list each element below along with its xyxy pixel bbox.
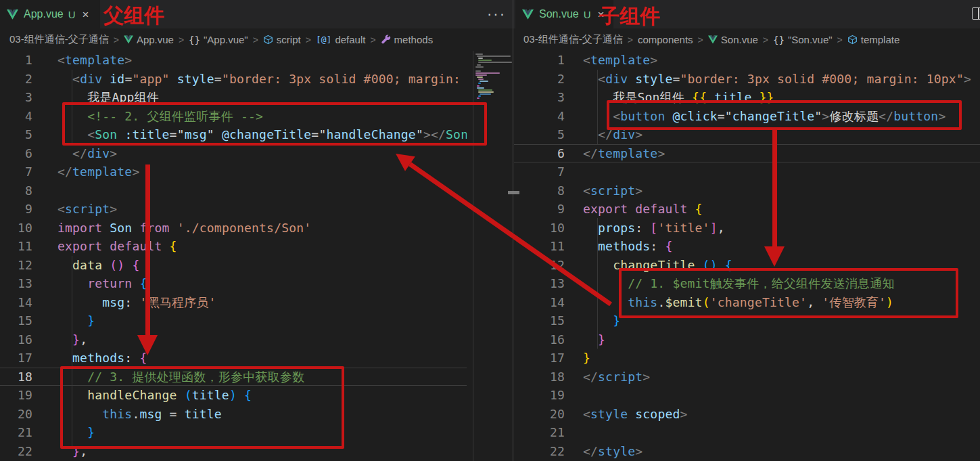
line-number[interactable]: 11: [0, 237, 32, 256]
sash-handle[interactable]: [508, 191, 519, 194]
token: props: [598, 221, 635, 235]
breadcrumb-item[interactable]: Son.vue: [708, 34, 758, 45]
breadcrumb-item[interactable]: script: [263, 34, 301, 45]
code-line[interactable]: 11export default {: [0, 237, 467, 256]
line-number[interactable]: 1: [514, 51, 565, 70]
breadcrumb-item[interactable]: 03-组件通信-父子通信: [9, 33, 109, 46]
token: script: [65, 202, 110, 216]
line-number[interactable]: 20: [514, 405, 565, 424]
line-number[interactable]: 9: [514, 200, 565, 219]
line-number[interactable]: 13: [0, 274, 32, 293]
line-number[interactable]: 6: [514, 144, 565, 163]
line-number[interactable]: 14: [514, 293, 565, 312]
code-line[interactable]: 8: [0, 181, 467, 200]
line-number[interactable]: 22: [0, 442, 32, 461]
code-line[interactable]: 13 return {: [0, 274, 467, 293]
token: [124, 258, 132, 272]
line-number[interactable]: 8: [514, 181, 565, 200]
line-number[interactable]: 5: [0, 125, 32, 144]
line-number[interactable]: 12: [0, 256, 32, 275]
line-number[interactable]: 17: [514, 349, 565, 368]
code-line[interactable]: 6</template>: [514, 144, 980, 163]
token: >: [132, 164, 139, 179]
code-line[interactable]: 10import Son from './components/Son': [0, 219, 467, 238]
breadcrumb-item[interactable]: {}"Son.vue": [773, 34, 833, 45]
breadcrumb-item[interactable]: template: [847, 34, 900, 45]
line-number[interactable]: 3: [0, 88, 32, 107]
code-line[interactable]: 7: [514, 162, 980, 181]
line-number[interactable]: 15: [0, 311, 32, 330]
breadcrumb-label: 03-组件通信-父子通信: [523, 33, 623, 46]
line-number[interactable]: 16: [0, 330, 32, 349]
breadcrumb-separator: >: [628, 35, 633, 45]
line-number[interactable]: 13: [514, 274, 565, 293]
line-number[interactable]: 6: [0, 144, 32, 163]
code-line[interactable]: 16 }: [514, 330, 980, 349]
line-number[interactable]: 22: [514, 442, 565, 461]
breadcrumb-item[interactable]: methods: [381, 34, 434, 45]
breadcrumb-item[interactable]: App.vue: [124, 34, 174, 45]
line-number[interactable]: 20: [0, 405, 32, 424]
token: </: [72, 146, 87, 160]
line-number[interactable]: 1: [0, 51, 32, 70]
code-line[interactable]: 18</script>: [514, 368, 980, 387]
line-number[interactable]: 8: [0, 181, 32, 200]
line-number[interactable]: 21: [0, 423, 32, 442]
tab-app-vue[interactable]: App.vue U ×: [0, 0, 100, 28]
code-line[interactable]: 19: [514, 386, 980, 405]
git-status-badge: U: [584, 9, 591, 20]
code-line[interactable]: 22</style>: [514, 442, 980, 461]
line-number[interactable]: 14: [0, 293, 32, 312]
code-line[interactable]: 14 msg: '黑马程序员': [0, 293, 467, 312]
token: }: [87, 313, 95, 328]
code-line[interactable]: 17 methods: {: [0, 349, 467, 368]
code-line[interactable]: 16 },: [0, 330, 467, 349]
breadcrumb-item[interactable]: [@]default: [316, 34, 366, 45]
annotation-box-emit: [619, 268, 958, 318]
code-line[interactable]: 17}: [514, 349, 980, 368]
editor-group-divider[interactable]: [513, 0, 513, 461]
breadcrumb-label: components: [638, 34, 693, 45]
line-number[interactable]: 7: [0, 162, 32, 181]
code-line[interactable]: 21: [514, 423, 980, 442]
line-number[interactable]: 10: [0, 219, 32, 238]
line-number[interactable]: 9: [0, 200, 32, 219]
code-line[interactable]: 15 }: [0, 311, 467, 330]
line-number[interactable]: 19: [514, 386, 565, 405]
token: methods: [598, 239, 650, 253]
line-number[interactable]: 4: [514, 107, 565, 126]
line-number[interactable]: 3: [514, 88, 565, 107]
split-editor-icon[interactable]: [972, 7, 980, 20]
code-line[interactable]: 12 data () {: [0, 256, 467, 275]
line-number[interactable]: 7: [514, 162, 565, 181]
line-number[interactable]: 2: [514, 70, 565, 89]
line-number[interactable]: 10: [514, 219, 565, 238]
breadcrumb-item[interactable]: {}"App.vue": [189, 34, 248, 45]
token: [57, 146, 72, 160]
code-line[interactable]: 2 <div style="border: 3px solid #000; ma…: [514, 70, 980, 89]
line-number[interactable]: 19: [0, 386, 32, 405]
code-line[interactable]: 8<script>: [514, 181, 980, 200]
close-icon[interactable]: ×: [83, 9, 89, 20]
code-line[interactable]: 1<template>: [0, 51, 467, 70]
breadcrumb-item[interactable]: 03-组件通信-父子通信: [523, 33, 623, 46]
code-line[interactable]: 11 methods: {: [514, 237, 980, 256]
token: default: [635, 202, 687, 216]
line-number[interactable]: 4: [0, 107, 32, 126]
code-line[interactable]: 9export default {: [514, 200, 980, 219]
breadcrumb-item[interactable]: components: [638, 34, 693, 45]
line-number[interactable]: 5: [514, 125, 565, 144]
line-number[interactable]: 18: [0, 368, 32, 387]
code-line[interactable]: 10 props: ['title'],: [514, 219, 980, 238]
editor-actions-more-icon[interactable]: ···: [487, 0, 506, 28]
line-number[interactable]: 15: [514, 311, 565, 330]
line-number[interactable]: 16: [514, 330, 565, 349]
code-line[interactable]: 9<script>: [0, 200, 467, 219]
line-number[interactable]: 18: [514, 368, 565, 387]
line-number[interactable]: 2: [0, 70, 32, 89]
code-line[interactable]: 1<template>: [514, 51, 980, 70]
code-line[interactable]: 2 <div id="app" style="border: 3px solid…: [0, 70, 467, 89]
line-number[interactable]: 21: [514, 423, 565, 442]
code-line[interactable]: 20<style scoped>: [514, 405, 980, 424]
line-number[interactable]: 17: [0, 349, 32, 368]
